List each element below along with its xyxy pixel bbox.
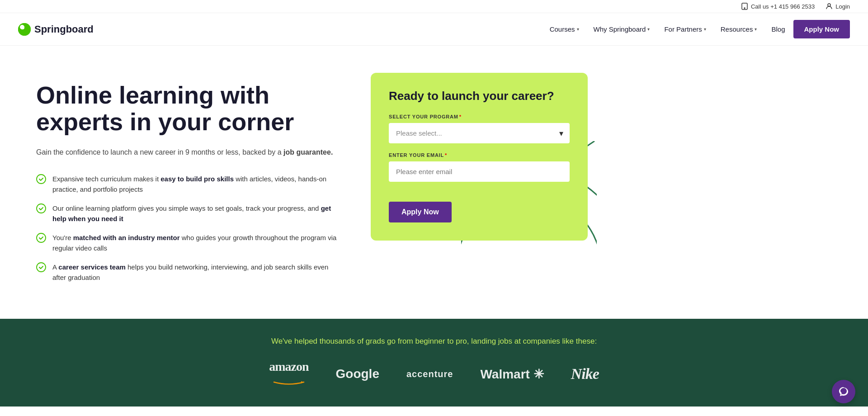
phone-icon <box>741 3 748 10</box>
email-input[interactable] <box>389 161 570 182</box>
hero-left: Online learning with experts in your cor… <box>36 73 344 283</box>
form-card: Ready to launch your career? SELECT YOUR… <box>371 73 588 241</box>
nav-partners[interactable]: For Partners ▾ <box>658 22 712 37</box>
program-group: SELECT YOUR PROGRAM* Please select... ▾ <box>389 114 570 143</box>
program-select[interactable]: Please select... <box>389 123 570 143</box>
user-icon <box>826 3 833 10</box>
nav-partners-label: For Partners <box>664 25 702 33</box>
chevron-down-icon: ▾ <box>577 27 579 32</box>
nav-why-label: Why Springboard <box>594 25 646 33</box>
feature-item: A career services team helps you build n… <box>36 262 344 283</box>
phone-link[interactable]: Call us +1 415 966 2533 <box>741 3 815 10</box>
logo[interactable]: Springboard <box>18 23 94 36</box>
job-guarantee: job guarantee. <box>283 148 333 156</box>
feature-text: Expansive tech curriculum makes it easy … <box>52 174 344 194</box>
svg-point-8 <box>37 263 46 272</box>
required-star: * <box>445 152 447 158</box>
how-help-preview: HOW WE HELP YOU <box>0 407 868 416</box>
nike-logo: Nike <box>571 365 599 383</box>
chevron-down-icon: ▾ <box>647 27 650 32</box>
feature-text: A career services team helps you build n… <box>52 262 344 283</box>
feature-item: You're matched with an industry mentor w… <box>36 233 344 253</box>
phone-label: Call us +1 415 966 2533 <box>751 3 815 10</box>
svg-point-6 <box>37 204 46 213</box>
logo-text: Springboard <box>34 24 94 35</box>
accenture-logo: accenture <box>406 369 453 379</box>
companies-tagline: We've helped thousands of grads go from … <box>36 337 832 346</box>
check-icon <box>36 233 46 243</box>
check-icon <box>36 203 46 213</box>
feature-text: Our online learning platform gives you s… <box>52 203 344 224</box>
chat-button[interactable] <box>832 380 855 403</box>
walmart-logo: Walmart ✳ <box>480 367 543 382</box>
nav-apply-label: Apply Now <box>804 25 840 33</box>
chevron-down-icon: ▾ <box>704 27 706 32</box>
nav-resources-label: Resources <box>721 25 753 33</box>
nav-apply[interactable]: Apply Now <box>793 20 850 38</box>
main-nav: Springboard Courses ▾ Why Springboard ▾ … <box>0 13 868 46</box>
email-label: ENTER YOUR EMAIL* <box>389 152 570 158</box>
svg-point-4 <box>21 26 24 29</box>
features-list: Expansive tech curriculum makes it easy … <box>36 174 344 283</box>
nav-blog-label: Blog <box>771 25 785 33</box>
check-icon <box>36 174 46 184</box>
feature-item: Our online learning platform gives you s… <box>36 203 344 224</box>
svg-point-2 <box>828 4 830 6</box>
hero-section: Online learning with experts in your cor… <box>0 46 868 283</box>
chat-icon <box>838 386 849 397</box>
svg-point-1 <box>744 8 745 9</box>
login-link[interactable]: Login <box>826 3 850 10</box>
feature-text: You're matched with an industry mentor w… <box>52 233 344 253</box>
companies-logos: amazon Google accenture Walmart ✳ Nike <box>36 359 832 388</box>
nav-why[interactable]: Why Springboard ▾ <box>587 22 656 37</box>
check-icon <box>36 262 46 272</box>
svg-point-3 <box>18 23 31 36</box>
nav-resources[interactable]: Resources ▾ <box>714 22 764 37</box>
required-star: * <box>459 114 462 119</box>
feature-item: Expansive tech curriculum makes it easy … <box>36 174 344 194</box>
program-label: SELECT YOUR PROGRAM* <box>389 114 570 119</box>
hero-right: Ready to launch your career? SELECT YOUR… <box>371 73 588 241</box>
nav-blog[interactable]: Blog <box>765 22 791 37</box>
nav-links: Courses ▾ Why Springboard ▾ For Partners… <box>543 20 850 38</box>
hero-title: Online learning with experts in your cor… <box>36 82 344 136</box>
top-bar: Call us +1 415 966 2533 Login <box>0 0 868 13</box>
select-wrapper: Please select... ▾ <box>389 123 570 143</box>
hero-subtitle: Gain the confidence to launch a new care… <box>36 147 344 158</box>
email-group: ENTER YOUR EMAIL* <box>389 152 570 191</box>
login-label: Login <box>835 3 850 10</box>
svg-point-7 <box>37 233 46 242</box>
form-apply-button[interactable]: Apply Now <box>389 202 452 222</box>
amazon-arrow-icon <box>273 381 305 385</box>
google-logo: Google <box>336 367 379 381</box>
companies-bar: We've helped thousands of grads go from … <box>0 319 868 407</box>
amazon-logo: amazon <box>269 359 308 388</box>
chevron-down-icon: ▾ <box>755 27 757 32</box>
logo-icon <box>18 23 31 36</box>
nav-courses-label: Courses <box>550 25 575 33</box>
nav-courses[interactable]: Courses ▾ <box>543 22 585 37</box>
svg-point-5 <box>37 175 46 184</box>
form-title: Ready to launch your career? <box>389 89 570 103</box>
